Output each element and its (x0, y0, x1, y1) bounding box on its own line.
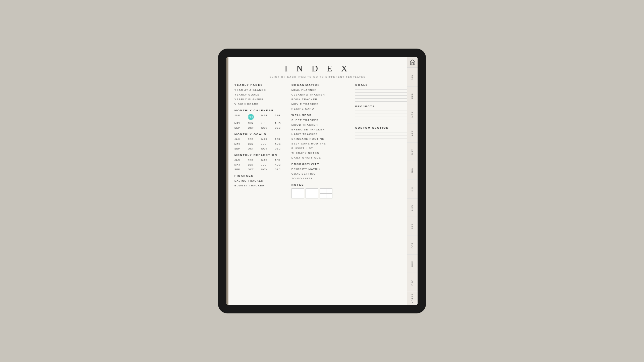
cleaning-tracker-link[interactable]: CLEANING TRACKER (291, 93, 352, 96)
yearly-pages-section: YEARLY PAGES YEAR AT A GLANCE YEARLY GOA… (234, 83, 288, 106)
goals-feb[interactable]: FEB (248, 138, 260, 141)
vision-board-link[interactable]: VISION BOARD (234, 103, 288, 106)
sidebar-tab-dec[interactable]: DEC (407, 273, 418, 292)
yearly-goals-link[interactable]: YEARLY GOALS (234, 93, 288, 96)
column-1: YEARLY PAGES YEAR AT A GLANCE YEARLY GOA… (234, 83, 288, 202)
home-button[interactable] (407, 57, 418, 68)
calendar-month-row-2: MAY JUN JUL AUG (234, 122, 288, 125)
goals-dec[interactable]: DEC (275, 147, 287, 150)
index-grid: YEARLY PAGES YEAR AT A GLANCE YEARLY GOA… (234, 83, 401, 202)
recipe-card-link[interactable]: RECIPE CARD (291, 107, 352, 110)
priority-matrix-link[interactable]: PRIORITY MATRIX (291, 168, 352, 171)
goals-jun[interactable]: JUN (248, 142, 260, 145)
goals-oct[interactable]: OCT (248, 147, 260, 150)
yearly-planner-link[interactable]: YEARLY PLANNER (234, 98, 288, 101)
sidebar-tab-sep[interactable]: SEP (407, 217, 418, 236)
refl-nov[interactable]: NOV (261, 168, 273, 171)
refl-may[interactable]: MAY (234, 163, 247, 166)
monthly-goals-title: MONTHLY GOALS (234, 133, 288, 136)
exercise-tracker-link[interactable]: EXERCISE TRACKER (291, 128, 352, 131)
todo-lists-link[interactable]: TO-DO LISTS (291, 177, 352, 180)
goals-jul[interactable]: JUL (261, 142, 273, 145)
year-at-glance-link[interactable]: YEAR AT A GLANCE (234, 88, 288, 92)
custom-line-1 (355, 132, 407, 132)
refl-dec[interactable]: DEC (275, 168, 287, 171)
cal-jun[interactable]: JUN (248, 122, 260, 125)
wellness-section: WELLNESS SLEEP TRACKER MOOD TRACKER EXER… (291, 114, 352, 159)
sidebar-tab-notes[interactable]: NOTES (407, 292, 418, 305)
cal-dec[interactable]: DEC (275, 126, 287, 129)
refl-jan[interactable]: JAN (234, 159, 247, 162)
sidebar-tab-jun[interactable]: JUN (407, 161, 418, 180)
projects-line-5 (355, 123, 407, 123)
goals-line-2 (355, 92, 407, 93)
therapy-notes-link[interactable]: THERAPY NOTES (291, 152, 352, 155)
notes-section: NOTES (291, 183, 352, 198)
cal-aug[interactable]: AUG (275, 122, 287, 125)
habit-tracker-link[interactable]: HABIT TRACKER (291, 133, 352, 136)
refl-jul[interactable]: JUL (261, 163, 273, 166)
refl-feb[interactable]: FEB (248, 159, 260, 162)
sidebar-tab-aug[interactable]: AUG (407, 198, 418, 217)
bucket-list-link[interactable]: BUCKET LIST (291, 147, 352, 150)
monthly-reflection-title: MONTHLY REFLECTION (234, 154, 288, 157)
daily-gratitude-link[interactable]: DAILY GRATITUDE (291, 156, 352, 159)
refl-mar[interactable]: MAR (261, 159, 273, 162)
refl-aug[interactable]: AUG (275, 163, 287, 166)
sidebar-right: JAN FEB MAR APR MAY JUN JUL AUG SEP OCT … (407, 57, 418, 305)
page-title: I N D E X (234, 64, 401, 74)
goals-nov[interactable]: NOV (261, 147, 273, 150)
refl-sep[interactable]: SEP (234, 168, 247, 171)
goals-aug[interactable]: AUG (275, 142, 287, 145)
cal-jul[interactable]: JUL (261, 122, 273, 125)
tablet-screen: I N D E X CLICK ON EACH ITEM TO GO TO DI… (226, 57, 418, 305)
note-cell-4 (326, 193, 332, 198)
sidebar-tab-may[interactable]: MAY (407, 142, 418, 161)
sidebar-tab-jan[interactable]: JAN (407, 68, 418, 86)
meal-planner-link[interactable]: MEAL PLANNER (291, 88, 352, 92)
budget-tracker-link[interactable]: BUDGET TRACKER (234, 184, 288, 187)
projects-col3-title: PROJECTS (355, 105, 407, 108)
movie-tracker-link[interactable]: MOVIE TRACKER (291, 103, 352, 106)
mood-tracker-link[interactable]: MOOD TRACKER (291, 123, 352, 126)
note-thumb-2[interactable] (306, 188, 318, 198)
notes-title: NOTES (291, 183, 352, 186)
reflection-month-row-3: SEP OCT NOV DEC (234, 168, 288, 171)
skincare-routine-link[interactable]: SKINCARE ROUTINE (291, 137, 352, 140)
note-cell-3 (320, 193, 326, 198)
self-care-routine-link[interactable]: SELF CARE ROUTINE (291, 142, 352, 145)
refl-apr[interactable]: APR (275, 159, 287, 162)
sidebar-tab-nov[interactable]: NOV (407, 254, 418, 273)
sidebar-tab-apr[interactable]: APR (407, 124, 418, 142)
refl-oct[interactable]: OCT (248, 168, 260, 171)
sidebar-tab-feb[interactable]: FEB (407, 86, 418, 105)
note-thumb-1[interactable] (291, 188, 304, 198)
goals-jan[interactable]: JAN (234, 138, 247, 141)
sidebar-tab-jul[interactable]: JUL (407, 180, 418, 198)
book-tracker-link[interactable]: BOOK TRACKER (291, 98, 352, 101)
cal-mar[interactable]: MAR (261, 114, 273, 120)
cal-sep[interactable]: SEP (234, 126, 247, 129)
sidebar-tab-mar[interactable]: MAR (407, 105, 418, 124)
sidebar-tab-oct[interactable]: OCT (407, 236, 418, 254)
cal-may[interactable]: MAY (234, 122, 247, 125)
goal-setting-link[interactable]: GOAL SETTING (291, 172, 352, 175)
cal-nov[interactable]: NOV (261, 126, 273, 129)
goals-may[interactable]: MAY (234, 142, 247, 145)
cal-feb[interactable]: FEB (248, 114, 254, 120)
cal-jan[interactable]: JAN (234, 114, 247, 120)
saving-tracker-link[interactable]: SAVING TRACKER (234, 179, 288, 182)
cal-apr[interactable]: APR (275, 114, 287, 120)
goals-sep[interactable]: SEP (234, 147, 247, 150)
organization-section: ORGANIZATION MEAL PLANNER CLEANING TRACK… (291, 83, 352, 110)
column-3: GOALS PROJECTS (355, 83, 407, 202)
goals-mar[interactable]: MAR (261, 138, 273, 141)
sleep-tracker-link[interactable]: SLEEP TRACKER (291, 119, 352, 122)
note-thumb-3[interactable] (320, 188, 332, 198)
goals-col3-title: GOALS (355, 83, 407, 86)
goals-apr[interactable]: APR (275, 138, 287, 141)
cal-oct[interactable]: OCT (248, 126, 260, 129)
goals-col3-section: GOALS (355, 83, 407, 102)
notes-thumbnails (291, 188, 352, 198)
refl-jun[interactable]: JUN (248, 163, 260, 166)
